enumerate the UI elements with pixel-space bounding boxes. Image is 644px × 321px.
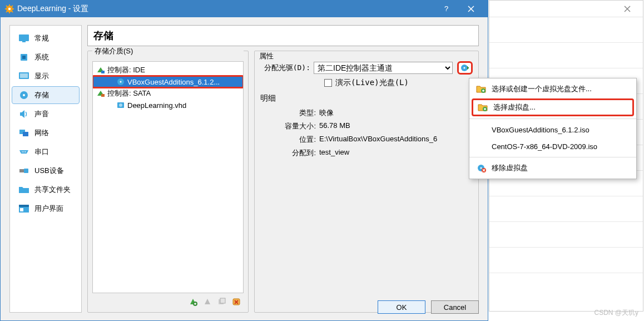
tree-label: VBoxGuestAdditions_6.1.2... xyxy=(127,78,220,86)
bg-close-button[interactable] xyxy=(616,1,638,17)
sidebar-item-8[interactable]: 共享文件夹 xyxy=(12,181,79,198)
detail-label: 容量大小: xyxy=(260,121,316,131)
sidebar-item-3[interactable]: 存储 xyxy=(12,87,79,103)
sidebar-item-label: 显示 xyxy=(34,71,49,81)
sidebar-item-label: 网络 xyxy=(34,128,49,138)
svg-point-21 xyxy=(22,151,23,152)
display-icon xyxy=(18,71,30,81)
svg-text:?: ? xyxy=(444,5,448,13)
titlebar: DeepLearning - 设置 ? xyxy=(1,1,488,17)
detail-label: 位置: xyxy=(260,135,316,145)
sidebar-item-label: 共享文件夹 xyxy=(34,185,71,195)
sidebar-item-label: 常规 xyxy=(34,33,49,43)
detail-value: E:\VirtualBox\VBoxGuestAdditions_6 xyxy=(319,135,473,145)
sidebar-item-0[interactable]: 常规 xyxy=(12,30,79,47)
sidebar-item-label: 存储 xyxy=(34,90,49,100)
ui-icon xyxy=(18,204,30,214)
monitor-icon xyxy=(18,33,30,43)
sidebar-item-4[interactable]: 声音 xyxy=(12,106,79,122)
svg-rect-20 xyxy=(23,132,28,136)
svg-line-6 xyxy=(6,6,7,7)
svg-rect-24 xyxy=(19,169,24,172)
tree-label: 控制器: IDE xyxy=(107,65,145,75)
menu-label: CentOS-7-x86_64-DVD-2009.iso xyxy=(492,142,597,151)
menu-remove-disk[interactable]: 移除虚拟盘 xyxy=(469,160,636,176)
menu-item-0[interactable]: 选择或创建一个虚拟光盘文件... xyxy=(469,81,636,97)
svg-point-18 xyxy=(23,94,25,96)
cancel-button[interactable]: Cancel xyxy=(431,300,479,314)
menu-label: VBoxGuestAdditions_6.1.2.iso xyxy=(492,126,589,134)
detail-row: 分配到:test_view xyxy=(260,148,473,158)
usb-icon xyxy=(18,166,30,176)
remove-disk-icon xyxy=(476,163,486,173)
menu-separator xyxy=(469,118,636,119)
optical-drive-select[interactable]: 第二IDE控制器主通道 xyxy=(314,62,453,74)
sidebar-item-label: 声音 xyxy=(34,109,49,119)
close-button[interactable] xyxy=(458,1,483,17)
menu-label: 选择或创建一个虚拟光盘文件... xyxy=(492,84,592,94)
disk-chooser-menu[interactable]: 选择或创建一个虚拟光盘文件...选择虚拟盘...VBoxGuestAdditio… xyxy=(469,78,637,179)
svg-point-23 xyxy=(25,151,26,152)
svg-rect-29 xyxy=(101,71,105,73)
sidebar-item-2[interactable]: 显示 xyxy=(12,68,79,85)
detail-row: 容量大小:56.78 MB xyxy=(260,121,473,131)
svg-rect-16 xyxy=(20,73,28,78)
detail-value: 映像 xyxy=(319,108,473,118)
attributes-legend: 属性 xyxy=(259,51,474,61)
live-cd-checkbox[interactable] xyxy=(324,79,332,87)
tree-leaf[interactable]: VBoxGuestAdditions_6.1.2... xyxy=(93,76,243,87)
tree-label: 控制器: SATA xyxy=(107,88,151,98)
sidebar-item-label: 串口 xyxy=(34,147,49,157)
detail-row: 类型:映像 xyxy=(260,108,473,118)
remove-controller-button[interactable] xyxy=(201,295,214,308)
sidebar-item-1[interactable]: 系统 xyxy=(12,49,79,66)
svg-rect-32 xyxy=(101,94,105,97)
detail-label: 类型: xyxy=(260,108,316,118)
storage-tree[interactable]: 控制器: IDE VBoxGuestAdditions_6.1.2... 控制器… xyxy=(92,61,244,293)
menu-label: 选择虚拟盘... xyxy=(493,102,536,112)
page-title: 存储 xyxy=(87,25,479,46)
tree-leaf[interactable]: DeepLearning.vhd xyxy=(93,100,243,111)
sidebar-item-label: 系统 xyxy=(34,52,49,62)
help-button[interactable]: ? xyxy=(433,1,458,17)
folder-add-icon xyxy=(476,84,486,94)
window-title: DeepLearning - 设置 xyxy=(17,4,433,14)
menu-recent-1[interactable]: CentOS-7-x86_64-DVD-2009.iso xyxy=(469,138,636,155)
serial-icon xyxy=(18,147,30,157)
svg-point-44 xyxy=(480,167,482,169)
choose-disk-button[interactable] xyxy=(457,61,473,75)
disk-icon xyxy=(18,90,30,100)
details-legend: 明细 xyxy=(260,93,473,103)
add-controller-button[interactable] xyxy=(187,295,199,308)
svg-rect-14 xyxy=(22,56,26,59)
folder-add-icon xyxy=(478,102,488,112)
sidebar-item-7[interactable]: USB设备 xyxy=(12,162,79,179)
menu-recent-0[interactable]: VBoxGuestAdditions_6.1.2.iso xyxy=(469,121,636,138)
sidebar-item-5[interactable]: 网络 xyxy=(12,125,79,141)
sidebar-item-6[interactable]: 串口 xyxy=(12,144,79,160)
copy-attachment-button[interactable] xyxy=(216,295,228,308)
category-sidebar: 常规系统显示存储声音网络串口USB设备共享文件夹用户界面 xyxy=(9,25,82,313)
storage-toolbar xyxy=(92,293,244,308)
svg-rect-28 xyxy=(20,208,23,211)
sidebar-item-label: 用户界面 xyxy=(34,204,63,214)
svg-rect-11 xyxy=(19,34,29,41)
tree-controller[interactable]: 控制器: SATA xyxy=(93,87,243,100)
tree-controller[interactable]: 控制器: IDE xyxy=(93,64,243,76)
sidebar-item-9[interactable]: 用户界面 xyxy=(12,200,79,217)
remove-attachment-button[interactable] xyxy=(230,295,242,308)
drive-label: 分配光驱(D): xyxy=(260,63,310,73)
svg-rect-12 xyxy=(22,41,26,42)
svg-rect-27 xyxy=(19,205,29,207)
svg-point-31 xyxy=(120,81,122,83)
ok-button[interactable]: OK xyxy=(378,300,425,314)
detail-value: 56.78 MB xyxy=(319,121,473,131)
menu-item-1[interactable]: 选择虚拟盘... xyxy=(472,98,634,116)
net-icon xyxy=(18,128,30,138)
detail-row: 位置:E:\VirtualBox\VBoxGuestAdditions_6 xyxy=(260,135,473,145)
sata-icon xyxy=(96,89,105,98)
svg-point-22 xyxy=(23,151,24,152)
svg-point-1 xyxy=(8,8,11,10)
disc-icon xyxy=(116,77,125,86)
live-cd-label: 演示(Live)光盘(L) xyxy=(335,78,409,88)
